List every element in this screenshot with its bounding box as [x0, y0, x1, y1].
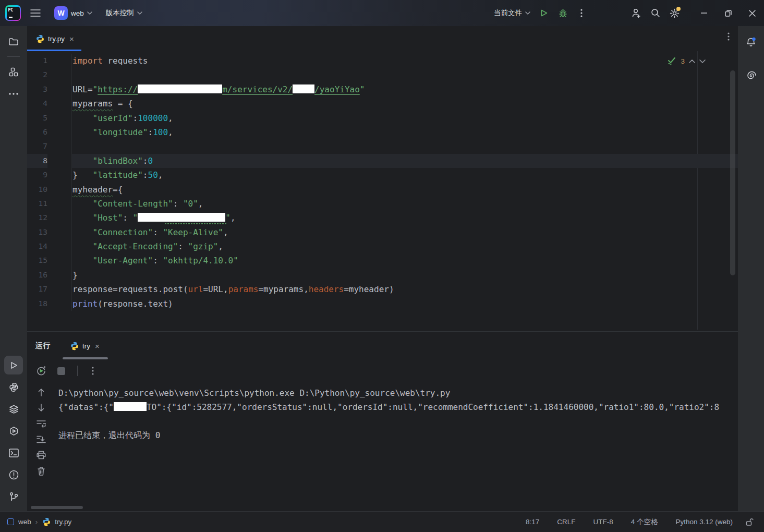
run-button[interactable] [535, 4, 553, 22]
gutter-line-number[interactable]: 12 [27, 211, 47, 225]
debug-button[interactable] [553, 4, 572, 22]
minimize-icon [701, 13, 707, 14]
rerun-button[interactable] [33, 363, 49, 379]
git-tool-button[interactable] [4, 487, 23, 506]
run-console[interactable]: D:\python\py_source\web\venv\Scripts\pyt… [27, 382, 738, 511]
code-line[interactable]: "Content-Length": "0", [72, 197, 738, 211]
python-interpreter[interactable]: Python 3.12 (web) [675, 518, 733, 526]
gutter-line-number[interactable]: 7 [27, 139, 47, 153]
soft-wrap-icon[interactable] [37, 419, 46, 428]
code-line[interactable] [72, 68, 738, 82]
problems-tool-button[interactable] [4, 465, 23, 484]
gutter-line-number[interactable]: 18 [27, 297, 47, 311]
gutter-line-number[interactable]: 11 [27, 197, 47, 211]
gutter-line-number[interactable]: 9 [27, 168, 47, 182]
more-actions-button[interactable] [572, 4, 591, 22]
notifications-button[interactable] [742, 33, 760, 52]
code-line[interactable]: import requests [72, 54, 738, 68]
project-widget[interactable]: W web [50, 3, 96, 23]
run-tab-close-icon[interactable]: × [94, 342, 101, 350]
window-minimize-button[interactable] [692, 0, 716, 26]
python-packages-button[interactable] [4, 400, 23, 418]
services-tool-button[interactable] [4, 421, 23, 440]
code-line[interactable]: myparams = { [72, 96, 738, 111]
console-line: {"datas":{"TO":{"id":5282577,"ordersStat… [58, 400, 738, 414]
run-more-options-button[interactable] [86, 363, 100, 379]
gutter-line-number[interactable]: 5 [27, 111, 47, 125]
window-restore-button[interactable] [716, 0, 740, 26]
file-encoding[interactable]: UTF-8 [593, 518, 613, 526]
inspections-widget[interactable]: 3 [667, 56, 706, 66]
stop-button[interactable] [53, 363, 69, 379]
scroll-to-end-icon[interactable] [37, 435, 46, 443]
ai-assistant-button[interactable] [742, 66, 760, 85]
code-line[interactable]: "Host": "", [72, 211, 738, 225]
run-tab-underline [63, 357, 108, 359]
code-editor[interactable]: 123456789101112131415161718 import reque… [27, 51, 738, 331]
structure-tool-button[interactable] [4, 63, 23, 81]
code-line[interactable]: myheader={ [72, 183, 738, 197]
code-line[interactable]: response=requests.post(url=URL,params=my… [72, 282, 738, 296]
code-lines[interactable]: import requestsURL="https://m/services/v… [71, 54, 738, 311]
redaction-box [114, 402, 147, 411]
code-line[interactable]: "Connection": "Keep-Alive", [72, 225, 738, 239]
gutter-line-number[interactable]: 1 [27, 54, 47, 68]
terminal-tool-button[interactable] [4, 443, 23, 462]
next-problem-icon[interactable] [699, 59, 706, 63]
down-stacktrace-icon[interactable] [38, 404, 45, 412]
line-separator[interactable]: CRLF [557, 518, 575, 526]
search-everywhere-button[interactable] [646, 4, 665, 22]
code-line[interactable]: } [72, 168, 738, 182]
print-icon[interactable] [37, 451, 46, 460]
gutter-line-number[interactable]: 8 [27, 154, 47, 168]
gutter-line-number[interactable]: 6 [27, 125, 47, 139]
code-line[interactable]: "blindBox":0 [72, 154, 738, 168]
gutter-line-number[interactable]: 2 [27, 68, 47, 82]
run-tab-try[interactable]: try × [63, 332, 108, 360]
console-hscrollbar[interactable] [31, 506, 83, 509]
gutter-line-number[interactable]: 3 [27, 82, 47, 96]
run-configuration-selector[interactable]: 当前文件 [490, 5, 535, 21]
code-line[interactable]: "longitude":100, [72, 125, 738, 139]
hamburger-icon [30, 9, 41, 17]
unlocked-padlock-icon[interactable] [745, 518, 754, 526]
code-with-me-button[interactable] [627, 4, 646, 22]
gutter-line-number[interactable]: 14 [27, 239, 47, 253]
project-tool-button[interactable] [4, 32, 23, 51]
tab-close-icon[interactable]: × [68, 35, 75, 43]
code-line[interactable]: URL="https://m/services/v2//yaoYiYao" [72, 82, 738, 96]
breadcrumb[interactable]: web › try.py [0, 517, 71, 526]
editor-gutter[interactable]: 123456789101112131415161718 [27, 54, 71, 311]
gutter-line-number[interactable]: 15 [27, 253, 47, 268]
python-console-button[interactable] [4, 378, 23, 396]
caret-position[interactable]: 8:17 [526, 518, 539, 526]
editor-tab-try-py[interactable]: try.py × [27, 26, 81, 51]
gutter-line-number[interactable]: 17 [27, 282, 47, 296]
code-line[interactable]: "Accept-Encoding": "gzip", [72, 239, 738, 253]
up-stacktrace-icon[interactable] [38, 388, 45, 396]
code-line[interactable]: "User-Agent": "okhttp/4.10.0" [72, 253, 738, 268]
code-line[interactable]: print(response.text) [72, 297, 738, 311]
gutter-line-number[interactable]: 16 [27, 268, 47, 282]
code-line[interactable]: "userId":100000, [72, 111, 738, 125]
gutter-line-number[interactable]: 13 [27, 225, 47, 239]
run-tool-window-button[interactable] [4, 356, 23, 374]
code-line[interactable]: } [72, 268, 738, 282]
gutter-line-number[interactable]: 4 [27, 96, 47, 111]
console-output[interactable]: D:\python\py_source\web\venv\Scripts\pyt… [55, 382, 738, 511]
prev-problem-icon[interactable] [689, 59, 695, 63]
breadcrumb-separator: › [35, 518, 38, 526]
tab-options-button[interactable] [727, 32, 730, 41]
more-tool-windows-button[interactable] [4, 84, 23, 103]
code-line[interactable]: "latitude":50, [72, 139, 738, 153]
vcs-widget[interactable]: 版本控制 [102, 5, 147, 21]
window-close-button[interactable] [740, 0, 764, 26]
settings-button[interactable] [665, 4, 684, 22]
gutter-line-number[interactable]: 10 [27, 183, 47, 197]
structure-icon [9, 67, 18, 77]
main-menu-button[interactable] [26, 4, 45, 22]
indent-style[interactable]: 4 个空格 [631, 517, 658, 527]
editor-scrollbar[interactable] [730, 70, 735, 275]
python-file-icon [70, 342, 79, 350]
clear-console-icon[interactable] [37, 467, 45, 476]
